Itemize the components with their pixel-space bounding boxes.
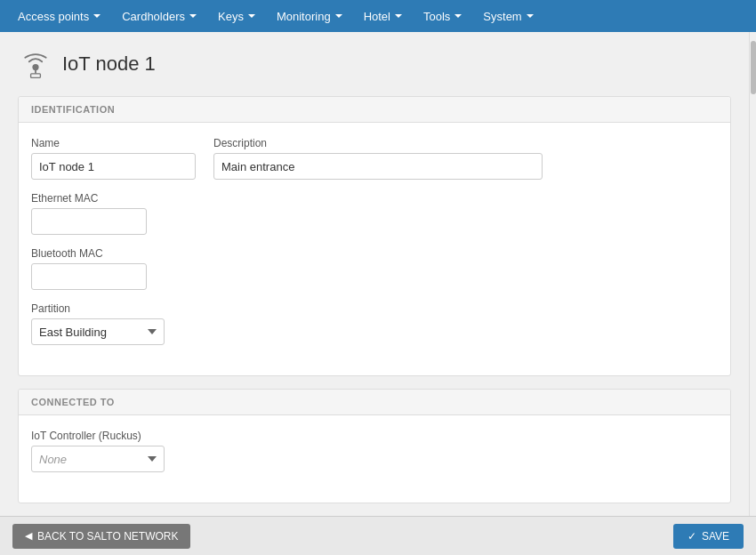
identification-section: IDENTIFICATION Name Description xyxy=(18,96,731,376)
nav-cardholders[interactable]: Cardholders xyxy=(111,0,207,32)
connected-to-section-header: CONNECTED TO xyxy=(19,390,730,415)
description-group: Description xyxy=(213,137,543,180)
identification-section-body: Name Description Ethernet MAC xyxy=(19,123,730,375)
nav-tools-caret xyxy=(454,14,462,18)
name-label: Name xyxy=(31,137,196,149)
controller-label: IoT Controller (Ruckus) xyxy=(31,430,165,442)
nav-keys-caret xyxy=(248,14,255,18)
nav-keys-label: Keys xyxy=(218,10,244,23)
bluetooth-mac-label: Bluetooth MAC xyxy=(31,247,147,260)
ethernet-mac-input[interactable] xyxy=(31,208,147,235)
nav-tools[interactable]: Tools xyxy=(413,0,472,32)
nav-monitoring[interactable]: Monitoring xyxy=(266,0,353,32)
description-input[interactable] xyxy=(213,153,543,180)
main-content: IoT node 1 IDENTIFICATION Name Descripti… xyxy=(0,32,756,516)
connected-to-section-body: IoT Controller (Ruckus) None xyxy=(19,415,730,503)
description-label: Description xyxy=(213,137,543,149)
nav-system-caret xyxy=(527,14,534,18)
connected-to-section: CONNECTED TO IoT Controller (Ruckus) Non… xyxy=(18,389,731,503)
nav-system[interactable]: System xyxy=(472,0,543,32)
controller-select[interactable]: None xyxy=(31,446,165,472)
page-title: IoT node 1 xyxy=(62,52,156,76)
nav-hotel-caret xyxy=(395,14,402,18)
back-chevron-icon: ◀ xyxy=(25,530,32,542)
scroll-track[interactable] xyxy=(749,32,756,516)
nav-monitoring-label: Monitoring xyxy=(277,10,331,23)
ethernet-mac-row: Ethernet MAC xyxy=(31,192,718,235)
nav-keys[interactable]: Keys xyxy=(207,0,266,32)
ethernet-mac-group: Ethernet MAC xyxy=(31,192,147,235)
bottom-bar: ◀ BACK TO SALTO NETWORK ✓ SAVE xyxy=(0,516,756,555)
partition-group: Partition East Building West Building No… xyxy=(31,302,165,345)
nav-cardholders-label: Cardholders xyxy=(122,10,185,23)
bluetooth-mac-input[interactable] xyxy=(31,263,147,290)
iot-node-icon xyxy=(18,46,53,82)
nav-access-points-caret xyxy=(93,14,101,18)
controller-group: IoT Controller (Ruckus) None xyxy=(31,430,165,472)
form-area: IoT node 1 IDENTIFICATION Name Descripti… xyxy=(0,32,749,516)
nav-hotel[interactable]: Hotel xyxy=(353,0,413,32)
name-description-row: Name Description xyxy=(31,137,718,180)
checkmark-icon: ✓ xyxy=(688,530,696,543)
back-button[interactable]: ◀ BACK TO SALTO NETWORK xyxy=(12,524,190,549)
nav-access-points-label: Access points xyxy=(18,10,89,23)
nav-tools-label: Tools xyxy=(423,10,450,23)
nav-monitoring-caret xyxy=(335,14,342,18)
partition-select[interactable]: East Building West Building North Buildi… xyxy=(31,318,165,345)
partition-row: Partition East Building West Building No… xyxy=(31,302,718,345)
name-group: Name xyxy=(31,137,196,180)
navbar: Access points Cardholders Keys Monitorin… xyxy=(0,0,756,32)
bluetooth-mac-group: Bluetooth MAC xyxy=(31,247,147,290)
partition-label: Partition xyxy=(31,302,165,315)
ethernet-mac-label: Ethernet MAC xyxy=(31,192,147,205)
bluetooth-mac-row: Bluetooth MAC xyxy=(31,247,718,290)
scroll-thumb[interactable] xyxy=(751,41,756,94)
save-button-label: SAVE xyxy=(702,530,729,543)
nav-cardholders-caret xyxy=(189,14,197,18)
page-header: IoT node 1 xyxy=(18,46,731,82)
save-button[interactable]: ✓ SAVE xyxy=(673,524,744,549)
svg-rect-2 xyxy=(31,74,41,78)
controller-row: IoT Controller (Ruckus) None xyxy=(31,430,718,472)
identification-section-header: IDENTIFICATION xyxy=(19,97,730,123)
back-button-label: BACK TO SALTO NETWORK xyxy=(37,530,178,543)
nav-system-label: System xyxy=(483,10,521,23)
nav-hotel-label: Hotel xyxy=(364,10,390,23)
nav-access-points[interactable]: Access points xyxy=(7,0,111,32)
name-input[interactable] xyxy=(31,153,196,180)
